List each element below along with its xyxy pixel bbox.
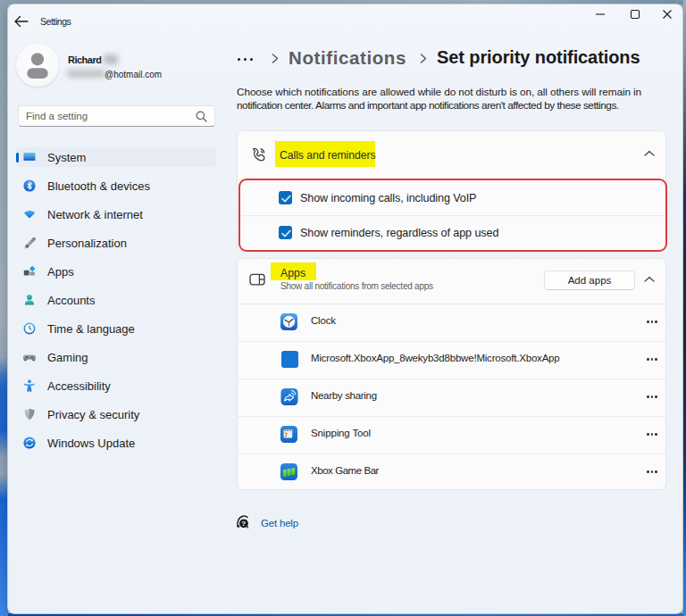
svg-text:?: ?: [241, 520, 246, 528]
